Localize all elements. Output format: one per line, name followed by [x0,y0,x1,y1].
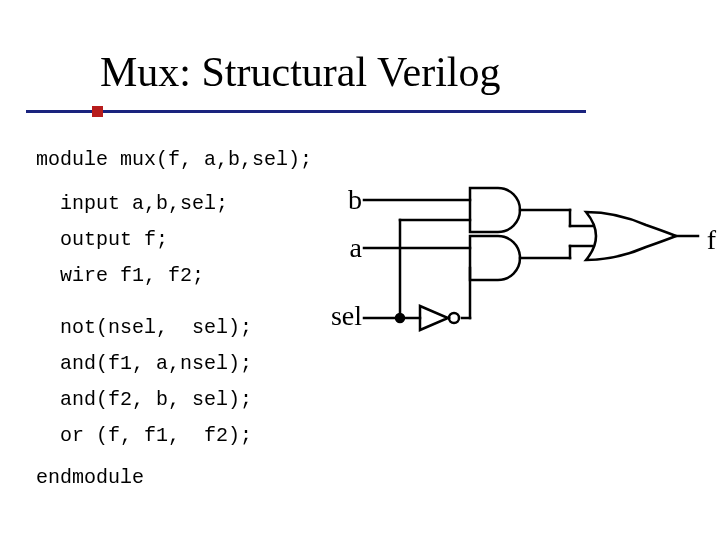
code-line-output: output f; [60,228,168,251]
mux-circuit-diagram [320,180,720,400]
title-underline [26,110,586,113]
code-line-wire: wire f1, f2; [60,264,204,287]
svg-point-9 [396,314,404,322]
code-line-input: input a,b,sel; [60,192,228,215]
code-line-or: or (f, f1, f2); [60,424,252,447]
code-line-endmodule: endmodule [36,466,144,489]
code-line-and1: and(f1, a,nsel); [60,352,252,375]
code-line-module: module mux(f, a,b,sel); [36,148,312,171]
code-line-not: not(nsel, sel); [60,316,252,339]
title-tick [92,106,103,117]
code-line-and2: and(f2, b, sel); [60,388,252,411]
page-title: Mux: Structural Verilog [100,48,501,96]
